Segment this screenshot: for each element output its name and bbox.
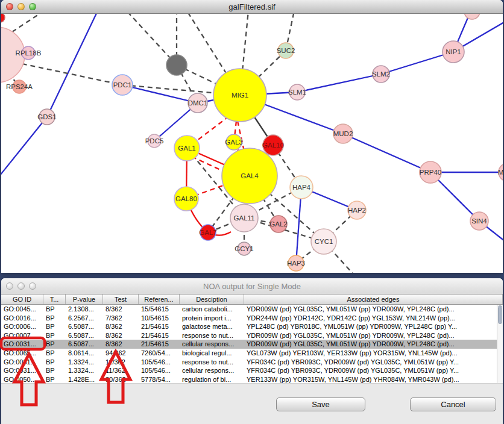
table-cell: 105/546... bbox=[139, 358, 180, 366]
table-cell: 1.3324... bbox=[66, 358, 103, 366]
table-cell: protein import i... bbox=[180, 314, 244, 322]
table-cell: BP bbox=[43, 376, 66, 383]
table-cell: 10/54615 bbox=[139, 314, 180, 322]
table-cell: BP bbox=[43, 332, 66, 339]
table-row[interactable]: GO:0065...BP8.0614...94/3627260/54...bio… bbox=[1, 349, 503, 358]
column-header-associated-edges[interactable]: Associated edges bbox=[244, 295, 503, 304]
node-label: SIN4 bbox=[471, 217, 487, 225]
node-label: SLM2 bbox=[372, 70, 390, 78]
table-cell: BP bbox=[43, 340, 66, 348]
network-window: galFiltered.sif RPL18BRPS24AGDS1PDC1DMC1… bbox=[1, 0, 503, 272]
save-button[interactable]: Save bbox=[276, 398, 365, 411]
window-controls-inactive bbox=[6, 282, 36, 290]
table-cell: BP bbox=[43, 349, 66, 357]
network-edge[interactable] bbox=[12, 14, 42, 32]
noa-output-window: NOA output for Single Mode GO IDT...P-va… bbox=[1, 278, 503, 424]
table-row[interactable]: GO:0031...BP1.3324...11/362105/546...cel… bbox=[1, 366, 503, 375]
network-edge[interactable] bbox=[14, 62, 122, 85]
results-table: GO:0045...BP2.1308...8/36215/54615carbon… bbox=[1, 305, 503, 384]
zoom-button[interactable] bbox=[29, 282, 36, 290]
noa-window-title: NOA output for Single Mode bbox=[1, 282, 503, 291]
table-cell: 80/362 bbox=[103, 376, 139, 383]
table-cell: 5778/54... bbox=[139, 376, 180, 383]
table-cell: YDR009W (pd) YGL035C, YML051W (pp) YDR00… bbox=[244, 340, 503, 348]
node-label: CYC1 bbox=[315, 238, 333, 245]
table-cell: 21/54615 bbox=[139, 340, 180, 348]
results-table-header: GO IDT...P-valueTestReferen...Desciption… bbox=[1, 295, 503, 305]
minimize-button[interactable] bbox=[17, 282, 25, 290]
table-row[interactable]: GO:0050...BP1.428E...80/3625778/54...reg… bbox=[1, 375, 503, 384]
node-label: GCY1 bbox=[235, 245, 253, 252]
noa-window-titlebar[interactable]: NOA output for Single Mode bbox=[1, 278, 503, 295]
network-edge[interactable] bbox=[297, 74, 381, 92]
node-label: HAP2 bbox=[348, 207, 366, 214]
table-cell: 6.5087... bbox=[66, 323, 103, 330]
close-button[interactable] bbox=[6, 282, 13, 290]
column-header-go-id[interactable]: GO ID bbox=[1, 295, 43, 304]
table-cell: 8/362 bbox=[103, 340, 139, 348]
node-label: GAL4 bbox=[241, 172, 259, 179]
node-label: SLM1 bbox=[288, 89, 306, 96]
node-label: GAL3 bbox=[225, 139, 242, 146]
node-label: GAL80 bbox=[175, 195, 197, 202]
table-cell: 21/54615 bbox=[139, 332, 180, 339]
network-edge[interactable] bbox=[47, 14, 98, 117]
node-label: DMC1 bbox=[188, 99, 208, 107]
table-row[interactable]: GO:0045...BP2.1308...8/36215/54615carbon… bbox=[1, 305, 503, 314]
table-cell: YDR244W (pp) YDR142C, YDR142C (pp) YGL15… bbox=[244, 314, 503, 322]
table-cell: GO:0045... bbox=[1, 305, 43, 313]
column-header-referen-[interactable]: Referen... bbox=[139, 295, 180, 304]
network-edge[interactable] bbox=[127, 14, 177, 65]
zoom-button[interactable] bbox=[29, 3, 36, 10]
network-edge[interactable] bbox=[343, 134, 430, 172]
node-label: MIG1 bbox=[232, 92, 248, 99]
network-node[interactable] bbox=[1, 14, 5, 22]
table-cell: YPL248C (pd) YBR018C, YML051W (pp) YDR00… bbox=[244, 323, 503, 330]
network-node[interactable] bbox=[464, 14, 480, 19]
table-cell: 94/362 bbox=[103, 349, 139, 357]
table-cell: cellular respons... bbox=[180, 367, 244, 374]
network-window-titlebar[interactable]: galFiltered.sif bbox=[1, 0, 503, 14]
table-cell: YFR034C (pd) YBR093C, YDR009W (pd) YGL03… bbox=[244, 358, 503, 366]
table-cell: GO:0007... bbox=[1, 332, 43, 339]
node-label: SUC2 bbox=[277, 47, 295, 54]
column-header-t-[interactable]: T... bbox=[43, 295, 66, 304]
column-header-test[interactable]: Test bbox=[103, 295, 139, 304]
table-row[interactable]: GO:0007...BP6.5087...8/36221/54615respon… bbox=[1, 331, 503, 340]
table-row[interactable]: GO:0031...BP1.3324...11/362105/546...res… bbox=[1, 357, 503, 366]
minimize-button[interactable] bbox=[17, 3, 25, 10]
table-cell: GO:0031... bbox=[1, 340, 43, 348]
cancel-button[interactable]: Cancel bbox=[410, 398, 496, 411]
node-label: PDC5 bbox=[145, 137, 164, 145]
network-window-title: galFiltered.sif bbox=[1, 2, 503, 11]
close-button[interactable] bbox=[6, 3, 13, 10]
column-header-desciption[interactable]: Desciption bbox=[180, 295, 244, 304]
table-cell: 1.428E... bbox=[66, 376, 103, 383]
node-label: GAL10 bbox=[262, 142, 284, 149]
table-row[interactable]: GO:0006...BP6.5087...8/36221/54615galact… bbox=[1, 322, 503, 331]
table-cell: 7260/54... bbox=[139, 349, 180, 357]
table-cell: 2.1308... bbox=[66, 305, 103, 313]
table-cell: BP bbox=[43, 323, 66, 330]
table-cell: GO:0065... bbox=[1, 349, 43, 357]
node-label: GAL2 bbox=[269, 220, 287, 228]
vertical-scrollbar[interactable] bbox=[497, 305, 503, 384]
network-node[interactable] bbox=[166, 55, 187, 75]
table-cell: 15/54615 bbox=[139, 305, 180, 313]
network-edge[interactable] bbox=[1, 117, 47, 175]
table-row[interactable]: GO:0016...BP6.2567...7/36210/54615protei… bbox=[1, 314, 503, 323]
button-panel: Save Cancel bbox=[1, 383, 503, 424]
network-edge[interactable] bbox=[381, 52, 453, 74]
table-row[interactable]: GO:0031...BP6.5087...8/36221/54615cellul… bbox=[1, 340, 503, 349]
table-cell: GO:0050... bbox=[1, 376, 43, 383]
scrollbar-thumb[interactable] bbox=[498, 305, 502, 324]
table-cell: 8/362 bbox=[103, 305, 139, 313]
network-canvas[interactable]: RPL18BRPS24AGDS1PDC1DMC1MIG1SUC2SLM1SLM2… bbox=[1, 14, 503, 273]
node-label: GAL1 bbox=[178, 145, 195, 152]
column-header-p-value[interactable]: P-value bbox=[66, 295, 103, 304]
table-cell: 11/362 bbox=[103, 358, 139, 366]
table-cell: 6.5087... bbox=[66, 340, 103, 348]
network-graph: RPL18BRPS24AGDS1PDC1DMC1MIG1SUC2SLM1SLM2… bbox=[1, 14, 503, 273]
node-label: GAL11 bbox=[234, 214, 255, 222]
node-label: GDS1 bbox=[37, 113, 56, 120]
